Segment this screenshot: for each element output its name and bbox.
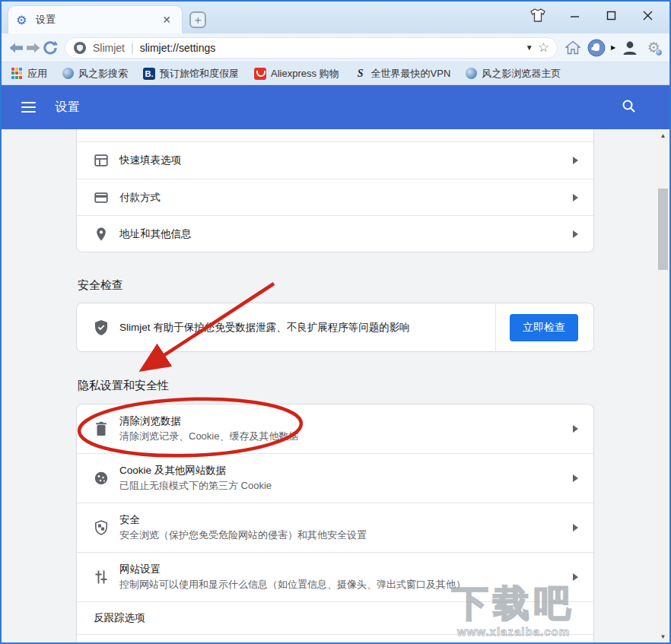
- site-info-icon[interactable]: [73, 41, 87, 55]
- bookmark-star-icon[interactable]: ☆: [538, 40, 549, 56]
- aliexpress-bag-icon: [254, 68, 266, 80]
- row-cookies[interactable]: Cookie 及其他网站数据 已阻止无痕模式下的第三方 Cookie: [77, 454, 593, 503]
- row-addresses[interactable]: 地址和其他信息: [77, 215, 593, 252]
- chevron-right-icon: [573, 524, 578, 531]
- scrollbar-track[interactable]: [657, 141, 669, 630]
- autofill-card: 快速填表选项 付款方式 地址和其他信息: [76, 129, 594, 252]
- browser-window: ⚙ 设置 ✕ ＋: [0, 0, 671, 644]
- row-label: 快速填表选项: [119, 154, 573, 167]
- row-subtitle: 清除浏览记录、Cookie、缓存及其他数据: [119, 429, 573, 444]
- bookmark-homepage[interactable]: 风之影浏览器主页: [466, 67, 561, 81]
- bookmark-search[interactable]: 风之影搜索: [62, 67, 128, 81]
- maximize-button[interactable]: [596, 5, 625, 26]
- bookmark-label: 预订旅馆和度假屋: [160, 67, 239, 81]
- close-button[interactable]: [633, 5, 662, 26]
- vpn-icon: S: [355, 68, 367, 80]
- location-pin-icon: [94, 227, 109, 242]
- scroll-up-icon[interactable]: ▲: [657, 129, 669, 141]
- row-payment-methods[interactable]: 付款方式: [77, 179, 593, 215]
- tune-icon: [94, 569, 109, 585]
- row-subtitle: 安全浏览（保护您免受危险网站的侵害）和其他安全设置: [119, 528, 573, 543]
- new-tab-button[interactable]: ＋: [189, 11, 206, 28]
- credit-card-icon: [94, 190, 109, 205]
- apps-grid-icon: [11, 68, 23, 80]
- search-icon[interactable]: [622, 99, 636, 116]
- tab-title: 设置: [36, 13, 159, 27]
- globe-icon: [466, 68, 477, 79]
- settings-gear-favicon: ⚙: [16, 14, 29, 27]
- forward-icon[interactable]: [26, 38, 40, 58]
- shield-icon: [94, 520, 109, 535]
- bookmark-aliexpress[interactable]: Aliexpress 购物: [254, 67, 339, 81]
- bookmark-booking[interactable]: B. 预订旅馆和度假屋: [143, 67, 239, 81]
- bookmark-vpn[interactable]: S 全世界最快的VPN: [355, 67, 451, 81]
- page-title: 设置: [55, 100, 81, 116]
- bookmark-apps[interactable]: 应用: [11, 67, 47, 81]
- row-site-settings[interactable]: 网站设置 控制网站可以使用和显示什么信息（如位置信息、摄像头、弹出式窗口及其他）: [77, 553, 593, 602]
- row-title: 安全: [119, 512, 573, 528]
- cookie-icon: [94, 471, 109, 486]
- bookmark-label: 风之影浏览器主页: [482, 67, 561, 81]
- chevron-right-icon: [573, 474, 578, 482]
- scrollbar[interactable]: ▲ ▼: [657, 129, 669, 642]
- bookmarks-bar: 应用 风之影搜索 B. 预订旅馆和度假屋 Aliexpress 购物 S 全世界…: [2, 62, 669, 85]
- title-bar: ⚙ 设置 ✕ ＋: [2, 2, 669, 33]
- row-title: Cookie 及其他网站数据: [119, 463, 573, 478]
- skin-tshirt-icon[interactable]: [523, 5, 552, 26]
- row-anti-tracking[interactable]: 反跟踪选项: [77, 602, 593, 635]
- section-title-privacy: 隐私设置和安全性: [76, 378, 594, 393]
- row-clear-browsing-data[interactable]: 清除浏览数据 清除浏览记录、Cookie、缓存及其他数据: [77, 404, 593, 454]
- clipped-row: [77, 129, 593, 142]
- shield-check-icon: [94, 320, 109, 335]
- row-title: 网站设置: [119, 562, 573, 577]
- trash-icon: [94, 421, 109, 436]
- form-icon: [94, 153, 109, 168]
- omnibox-separator: |: [131, 42, 134, 54]
- home-icon[interactable]: [564, 39, 582, 57]
- minimize-button[interactable]: [560, 5, 589, 26]
- bookmark-label: Aliexpress 购物: [271, 67, 339, 81]
- chevron-right-icon: [573, 230, 578, 238]
- row-label: 反跟踪选项: [94, 611, 578, 625]
- chevron-right-icon: [573, 157, 578, 164]
- scrollbar-thumb[interactable]: [658, 189, 668, 270]
- chevron-right-icon: [573, 194, 578, 201]
- row-subtitle: 已阻止无痕模式下的第三方 Cookie: [119, 478, 573, 493]
- safety-check-card: Slimjet 有助于保护您免受数据泄露、不良扩展程序等问题的影响 立即检查: [76, 303, 594, 352]
- row-label: 付款方式: [119, 191, 573, 205]
- back-icon[interactable]: [9, 38, 24, 58]
- row-title: 清除浏览数据: [119, 414, 573, 429]
- row-security[interactable]: 安全 安全浏览（保护您免受危险网站的侵害）和其他安全设置: [77, 503, 593, 553]
- url-text[interactable]: slimjet://settings: [140, 42, 521, 54]
- scroll-down-icon[interactable]: ▼: [657, 630, 669, 642]
- safety-check-description: Slimjet 有助于保护您免受数据泄露、不良扩展程序等问题的影响: [119, 321, 495, 335]
- tab-close-icon[interactable]: ✕: [159, 12, 174, 27]
- row-subtitle: 控制网站可以使用和显示什么信息（如位置信息、摄像头、弹出式窗口及其他）: [119, 577, 573, 592]
- content-blocker-hand-icon[interactable]: [587, 39, 606, 57]
- bookmark-label: 全世界最快的VPN: [371, 67, 451, 81]
- menu-icon[interactable]: [21, 102, 36, 113]
- reload-icon[interactable]: [43, 38, 58, 58]
- globe-icon: [62, 68, 74, 79]
- bookmark-label: 应用: [27, 67, 47, 81]
- settings-content: 快速填表选项 付款方式 地址和其他信息: [2, 129, 669, 642]
- chevron-right-icon: [573, 573, 578, 581]
- chevron-right-icon: [573, 425, 578, 433]
- vertical-divider: [495, 303, 496, 352]
- privacy-card: 清除浏览数据 清除浏览记录、Cookie、缓存及其他数据 Cookie 及其他网…: [76, 404, 594, 642]
- navigation-toolbar: Slimjet | slimjet://settings ▼ ☆ ▶ ⚙: [2, 33, 669, 62]
- settings-gear-globe-icon[interactable]: ⚙: [644, 39, 663, 57]
- omnibox-dropdown-icon[interactable]: ▼: [526, 43, 533, 52]
- row-quick-form-fill[interactable]: 快速填表选项: [77, 142, 593, 179]
- check-now-button[interactable]: 立即检查: [510, 314, 578, 341]
- profile-icon[interactable]: [621, 39, 639, 57]
- booking-icon: B.: [143, 68, 155, 80]
- address-bar[interactable]: Slimjet | slimjet://settings ▼ ☆: [65, 37, 558, 59]
- row-label: 地址和其他信息: [119, 227, 573, 241]
- toolbar-overflow-icon[interactable]: ▶: [611, 44, 615, 51]
- settings-header: 设置: [2, 85, 669, 129]
- site-label: Slimjet: [93, 42, 125, 54]
- tab-settings[interactable]: ⚙ 设置 ✕: [8, 5, 183, 33]
- section-title-safety-check: 安全检查: [76, 278, 594, 293]
- bookmark-label: 风之影搜索: [78, 67, 128, 81]
